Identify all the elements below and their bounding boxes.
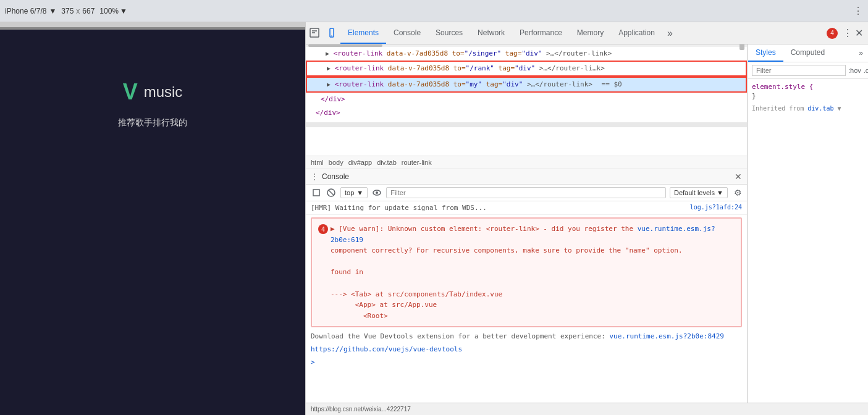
styles-body: element.style { } Inherited from div.tab…: [748, 79, 868, 403]
styles-tab-computed[interactable]: Computed: [783, 44, 832, 62]
main-area: V music 推荐歌手排行我的 Elements Console Source…: [0, 22, 868, 415]
tab-application[interactable]: Application: [611, 22, 662, 44]
breadcrumb-html[interactable]: html: [311, 159, 324, 166]
error-badge: 4: [827, 28, 838, 39]
console-header: ⋮ Console ✕: [306, 169, 747, 185]
styles-element-style: element.style { }: [752, 83, 864, 100]
styles-cls-filter[interactable]: .cls: [864, 67, 868, 74]
devtools-tabs: Elements Console Sources Network Perform…: [306, 22, 868, 44]
svg-point-2: [331, 35, 332, 36]
console-github-link[interactable]: https://github.com/vuejs/vue-devtools: [311, 345, 462, 353]
styles-pseudo-filter[interactable]: :hov: [848, 67, 861, 74]
element-row-singer[interactable]: ▶ <router-link data-v-7ad035d8 to="/sing…: [306, 47, 747, 61]
devtools-menu-dots[interactable]: ⋮: [843, 27, 853, 39]
element-row-rank[interactable]: ▶ <router-link data-v-7ad035d8 to="/rank…: [306, 61, 747, 77]
tab-elements[interactable]: Elements: [340, 22, 386, 44]
console-prompt[interactable]: >: [306, 356, 747, 369]
preview-content: V music 推荐歌手排行我的: [0, 30, 305, 415]
console-error-text: ▶ [Vue warn]: Unknown custom element: <r…: [331, 224, 735, 321]
styles-tab-styles[interactable]: Styles: [748, 44, 783, 62]
zoom-level: 100%: [99, 7, 119, 15]
styles-close-brace: }: [752, 92, 864, 100]
tab-memory[interactable]: Memory: [570, 22, 611, 44]
element-row-closediv2[interactable]: </div>: [306, 106, 747, 120]
tab-console[interactable]: Console: [386, 22, 428, 44]
devtools-device-icon[interactable]: [323, 22, 340, 44]
devtools-more-tabs[interactable]: »: [662, 28, 678, 39]
console-hmr-text: [HMR] Waiting for update signal from WDS…: [311, 204, 487, 212]
styles-element-selector: element.style {: [752, 83, 864, 91]
console-section: ⋮ Console ✕ top ▼: [306, 169, 747, 403]
console-eye-button[interactable]: [371, 187, 382, 198]
styles-filter-input[interactable]: [752, 65, 846, 76]
console-clear-button[interactable]: [326, 187, 337, 198]
console-toolbar: top ▼ Default levels ▼ ⚙: [306, 185, 747, 201]
console-levels-label: Default levels: [674, 189, 715, 196]
triangle-icon-my: ▶: [327, 79, 331, 90]
console-menu-button[interactable]: ⋮: [311, 172, 318, 181]
styles-panel: Styles Computed » :hov .cls + element.st…: [748, 44, 868, 403]
tab-sources[interactable]: Sources: [428, 22, 470, 44]
console-error-header: 4 ▶ [Vue warn]: Unknown custom element: …: [318, 224, 735, 321]
browser-bar: iPhone 6/7/8 ▼ 375 x 667 100% ▼ ⋮: [0, 0, 868, 22]
preview-pane: V music 推荐歌手排行我的: [0, 22, 306, 415]
devtools-close-button[interactable]: ✕: [855, 27, 863, 39]
styles-inherited-label: Inherited from div.tab ▼: [752, 105, 864, 112]
elements-console-panel: ▶ <router-link data-v-7ad035d8 to="/sing…: [306, 44, 748, 403]
console-levels-selector[interactable]: Default levels ▼: [670, 187, 728, 198]
dimension-display: 375 x 667: [61, 7, 95, 15]
devtools-body: ▶ <router-link data-v-7ad035d8 to="/sing…: [306, 44, 868, 403]
browser-bar-menu-button[interactable]: ⋮: [853, 5, 863, 17]
status-url: https://blog.csn.net/weixia...4222717: [311, 406, 411, 413]
element-row-my[interactable]: ▶ <router-link data-v-7ad035d8 to="my" t…: [306, 77, 747, 93]
x-separator: x: [76, 7, 80, 15]
breadcrumb-divapp[interactable]: div#app: [348, 159, 373, 166]
styles-filter-bar: :hov .cls +: [748, 62, 868, 79]
console-prompt-symbol: >: [311, 358, 315, 366]
console-devtools-url: https://github.com/vuejs/vue-devtools: [306, 343, 747, 356]
tab-network[interactable]: Network: [470, 22, 512, 44]
breadcrumb-routerlink[interactable]: router-link: [402, 159, 432, 166]
console-error-box: 4 ▶ [Vue warn]: Unknown custom element: …: [311, 217, 742, 327]
viewport-height: 667: [82, 7, 95, 15]
console-hmr-link[interactable]: log.js?1afd:24: [690, 204, 742, 211]
devtools-tab-icons: 4 ⋮ ✕: [822, 27, 868, 39]
console-devtools-link[interactable]: vue.runtime.esm.js?2b0e:8429: [609, 332, 723, 340]
console-close-button[interactable]: ✕: [735, 172, 742, 182]
console-stop-button[interactable]: [311, 187, 322, 198]
styles-panel-more[interactable]: »: [854, 46, 868, 60]
breadcrumb-divtab[interactable]: div.tab: [377, 159, 397, 166]
console-error-badge: 4: [318, 224, 328, 234]
breadcrumb-body[interactable]: body: [329, 159, 343, 166]
status-bar: https://blog.csn.net/weixia...4222717: [306, 403, 868, 415]
elements-panel: ▶ <router-link data-v-7ad035d8 to="/sing…: [306, 44, 747, 156]
breadcrumb: html body div#app div.tab router-link: [306, 156, 747, 169]
device-name: iPhone 6/7/8: [5, 7, 46, 15]
preview-top-bar: [0, 22, 305, 27]
device-selector[interactable]: iPhone 6/7/8 ▼: [5, 7, 56, 15]
console-title: Console: [322, 172, 349, 181]
triangle-icon: ▶: [326, 48, 329, 59]
console-filter-input[interactable]: [386, 187, 666, 198]
zoom-dropdown-icon: ▼: [120, 7, 127, 15]
triangle-icon-rank: ▶: [327, 63, 331, 74]
devtools-pane: Elements Console Sources Network Perform…: [306, 22, 868, 415]
devtools-inspect-icon[interactable]: [306, 22, 323, 44]
styles-inherited-arrow: ▼: [838, 105, 841, 112]
element-row-closediv1[interactable]: </div>: [306, 93, 747, 106]
console-levels-arrow: ▼: [717, 189, 723, 196]
console-context-selector[interactable]: top ▼: [340, 187, 368, 198]
device-dropdown-icon: ▼: [49, 7, 56, 15]
svg-line-5: [329, 190, 334, 195]
console-context-arrow: ▼: [356, 189, 363, 196]
console-message-hmr: [HMR] Waiting for update signal from WDS…: [306, 201, 747, 215]
zoom-selector[interactable]: 100% ▼: [99, 7, 127, 15]
console-settings-button[interactable]: ⚙: [734, 188, 742, 198]
console-context-label: top: [345, 189, 354, 196]
svg-point-7: [376, 191, 378, 194]
console-devtools-message: Download the Vue Devtools extension for …: [306, 330, 747, 343]
tab-performance[interactable]: Performance: [512, 22, 570, 44]
styles-inherited-link[interactable]: div.tab: [807, 105, 833, 112]
vue-music-label: music: [144, 83, 183, 101]
elements-h-scrollbar[interactable]: [306, 122, 747, 127]
